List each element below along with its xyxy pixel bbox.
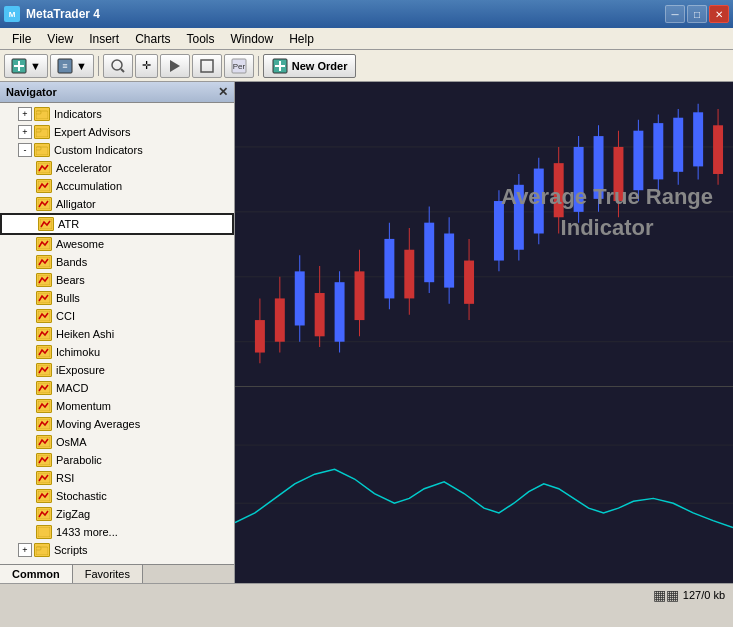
period-icon: Per — [231, 58, 247, 74]
app-icon: M — [4, 6, 20, 22]
menu-file[interactable]: File — [4, 30, 39, 48]
tree-item-cci[interactable]: CCI — [0, 307, 234, 325]
tree-item-osma[interactable]: OsMA — [0, 433, 234, 451]
tree-item-ichimoku[interactable]: Ichimoku — [0, 343, 234, 361]
svg-rect-69 — [444, 233, 454, 287]
rect-icon — [199, 58, 215, 74]
scripts-folder-icon — [34, 543, 50, 557]
ichimoku-label: Ichimoku — [56, 346, 100, 358]
toolbar-crosshair[interactable]: ✛ — [135, 54, 158, 78]
indicators-folder-icon — [34, 107, 50, 121]
expand-ci-icon: - — [18, 143, 32, 157]
awesome-icon — [36, 237, 52, 251]
main-content: Navigator ✕ + Indicators + Expert Adviso… — [0, 82, 733, 583]
tree-item-scripts[interactable]: + Scripts — [0, 541, 234, 559]
tab-common[interactable]: Common — [0, 565, 73, 583]
navigator-close-button[interactable]: ✕ — [218, 85, 228, 99]
tree-item-moving-averages[interactable]: Moving Averages — [0, 415, 234, 433]
tree-item-more[interactable]: 1433 more... — [0, 523, 234, 541]
chart-area[interactable]: Double Click — [235, 82, 733, 583]
tab-favorites[interactable]: Favorites — [73, 565, 143, 583]
parabolic-icon — [36, 453, 52, 467]
stochastic-icon — [36, 489, 52, 503]
svg-rect-81 — [574, 147, 584, 212]
svg-rect-59 — [335, 282, 345, 342]
tree-item-alligator[interactable]: Alligator — [0, 195, 234, 213]
iexposure-label: iExposure — [56, 364, 105, 376]
tree-item-parabolic[interactable]: Parabolic — [0, 451, 234, 469]
memory-icon: ▦▦ — [653, 587, 679, 603]
toolbar-btn5[interactable] — [160, 54, 190, 78]
svg-rect-91 — [673, 118, 683, 172]
ea-folder-icon — [34, 125, 50, 139]
menu-insert[interactable]: Insert — [81, 30, 127, 48]
more-icon — [36, 525, 52, 539]
tree-item-accumulation[interactable]: Accumulation — [0, 177, 234, 195]
chart-lower — [235, 386, 733, 561]
tree-item-accelerator[interactable]: Accelerator — [0, 159, 234, 177]
close-button[interactable]: ✕ — [709, 5, 729, 23]
title-bar-left: M MetaTrader 4 — [4, 6, 100, 22]
ci-label: Custom Indicators — [54, 144, 143, 156]
svg-rect-65 — [404, 250, 414, 299]
cci-icon — [36, 309, 52, 323]
ea-label: Expert Advisors — [54, 126, 130, 138]
toolbar-btn6[interactable] — [192, 54, 222, 78]
menu-help[interactable]: Help — [281, 30, 322, 48]
tree-item-custom-indicators[interactable]: - Custom Indicators — [0, 141, 234, 159]
bulls-label: Bulls — [56, 292, 80, 304]
svg-rect-21 — [36, 147, 41, 150]
tree-item-momentum[interactable]: Momentum — [0, 397, 234, 415]
tree-item-zigzag[interactable]: ZigZag — [0, 505, 234, 523]
atr-icon — [38, 217, 54, 231]
new-chart-icon — [11, 58, 27, 74]
svg-rect-61 — [355, 271, 365, 320]
svg-line-8 — [121, 69, 124, 72]
ci-folder-icon — [34, 143, 50, 157]
nav-tabs: Common Favorites — [0, 564, 234, 583]
minimize-button[interactable]: ─ — [665, 5, 685, 23]
tree-item-indicators[interactable]: + Indicators — [0, 105, 234, 123]
tree-item-macd[interactable]: MACD — [0, 379, 234, 397]
maximize-button[interactable]: □ — [687, 5, 707, 23]
menu-charts[interactable]: Charts — [127, 30, 178, 48]
ma-label: Moving Averages — [56, 418, 140, 430]
bands-label: Bands — [56, 256, 87, 268]
tree-item-expert-advisors[interactable]: + Expert Advisors — [0, 123, 234, 141]
tree-item-bands[interactable]: Bands — [0, 253, 234, 271]
toolbar-btn3[interactable] — [103, 54, 133, 78]
tree-item-iexposure[interactable]: iExposure — [0, 361, 234, 379]
tree-item-rsi[interactable]: RSI — [0, 469, 234, 487]
menu-view[interactable]: View — [39, 30, 81, 48]
tree-item-awesome[interactable]: Awesome — [0, 235, 234, 253]
navigator-title: Navigator — [6, 86, 57, 98]
svg-rect-77 — [534, 169, 544, 234]
toolbar-btn7[interactable]: Per — [224, 54, 254, 78]
nav-tree[interactable]: + Indicators + Expert Advisors - — [0, 103, 234, 564]
menu-tools[interactable]: Tools — [179, 30, 223, 48]
toolbar-new-chart[interactable]: ▼ — [4, 54, 48, 78]
toolbar-btn2[interactable]: ≡ ▼ — [50, 54, 94, 78]
chart-icon: ≡ — [57, 58, 73, 74]
tree-item-heiken-ashi[interactable]: Heiken Ashi — [0, 325, 234, 343]
tree-item-stochastic[interactable]: Stochastic — [0, 487, 234, 505]
bears-label: Bears — [56, 274, 85, 286]
svg-rect-71 — [464, 261, 474, 304]
macd-label: MACD — [56, 382, 88, 394]
svg-rect-83 — [594, 136, 604, 199]
svg-text:≡: ≡ — [62, 61, 67, 71]
more-label: 1433 more... — [56, 526, 118, 538]
tree-item-bulls[interactable]: Bulls — [0, 289, 234, 307]
svg-rect-75 — [514, 185, 524, 250]
accumulation-label: Accumulation — [56, 180, 122, 192]
svg-rect-87 — [633, 131, 643, 191]
menu-window[interactable]: Window — [223, 30, 282, 48]
new-order-button[interactable]: New Order — [263, 54, 357, 78]
alligator-icon — [36, 197, 52, 211]
title-bar-controls: ─ □ ✕ — [665, 5, 729, 23]
tree-item-bears[interactable]: Bears — [0, 271, 234, 289]
arrow-icon — [167, 58, 183, 74]
tree-item-atr[interactable]: ATR — [0, 213, 234, 235]
atr-label: ATR — [58, 218, 79, 230]
expand-scripts-icon: + — [18, 543, 32, 557]
